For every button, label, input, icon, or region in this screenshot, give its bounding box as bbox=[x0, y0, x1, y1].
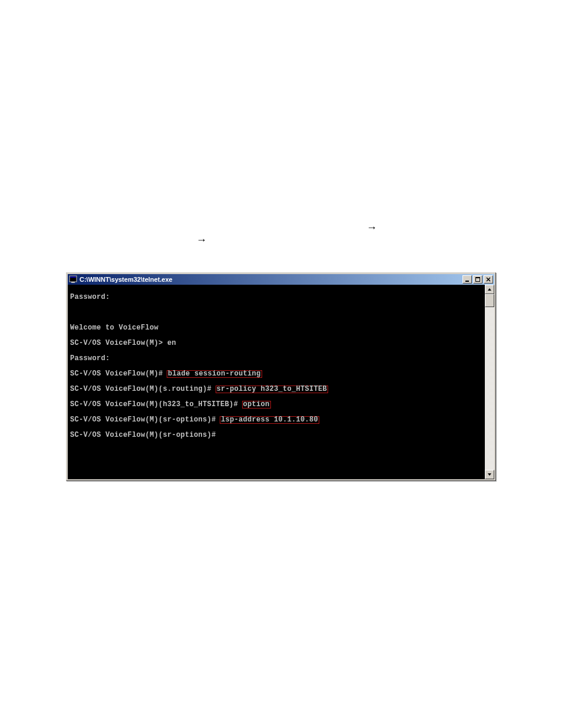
term-line: Password: bbox=[70, 355, 482, 363]
term-line: SC-V/OS VoiceFlow(M)(sr-options)# lsp-ad… bbox=[70, 416, 482, 424]
term-line: SC-V/OS VoiceFlow(M)(h323_to_HTSITEB)# o… bbox=[70, 401, 482, 409]
close-button[interactable] bbox=[484, 275, 493, 284]
term-line: Password: bbox=[70, 294, 482, 301]
arrow-glyph: → bbox=[196, 234, 207, 246]
scroll-track[interactable] bbox=[485, 294, 494, 470]
scroll-down-button[interactable] bbox=[485, 470, 494, 479]
svg-rect-5 bbox=[475, 277, 480, 278]
term-line: Welcome to VoiceFlow bbox=[70, 324, 482, 332]
window-controls bbox=[462, 275, 493, 284]
terminal-body[interactable]: Password: Welcome to VoiceFlow SC-V/OS V… bbox=[68, 285, 494, 479]
highlighted-command: blade session-routing bbox=[167, 370, 262, 378]
terminal-output[interactable]: Password: Welcome to VoiceFlow SC-V/OS V… bbox=[68, 285, 485, 479]
minimize-button[interactable] bbox=[462, 275, 472, 284]
scroll-up-button[interactable] bbox=[485, 285, 494, 294]
arrow-glyph: → bbox=[366, 222, 377, 234]
telnet-icon bbox=[69, 275, 77, 284]
svg-rect-3 bbox=[465, 281, 469, 282]
maximize-button[interactable] bbox=[473, 275, 482, 284]
term-line: SC-V/OS VoiceFlow(M)(s.routing)# sr-poli… bbox=[70, 386, 482, 393]
highlighted-command: sr-policy h323_to_HTSITEB bbox=[216, 386, 329, 393]
highlighted-command: option bbox=[242, 401, 271, 409]
terminal-window: C:\WINNT\system32\telnet.exe Password: W… bbox=[66, 272, 496, 481]
svg-rect-1 bbox=[70, 276, 76, 278]
term-line bbox=[70, 309, 482, 317]
highlighted-command: lsp-address 10.1.10.80 bbox=[220, 416, 319, 424]
term-line: SC-V/OS VoiceFlow(M)> en bbox=[70, 340, 482, 347]
term-line: SC-V/OS VoiceFlow(M)(sr-options)# bbox=[70, 431, 482, 439]
vertical-scrollbar[interactable] bbox=[485, 285, 494, 479]
svg-marker-9 bbox=[488, 473, 491, 476]
term-line: SC-V/OS VoiceFlow(M)# blade session-rout… bbox=[70, 370, 482, 378]
title-bar[interactable]: C:\WINNT\system32\telnet.exe bbox=[68, 274, 494, 285]
window-title: C:\WINNT\system32\telnet.exe bbox=[80, 276, 462, 283]
svg-marker-8 bbox=[488, 288, 491, 291]
svg-rect-2 bbox=[71, 282, 75, 283]
scroll-thumb[interactable] bbox=[485, 294, 494, 307]
